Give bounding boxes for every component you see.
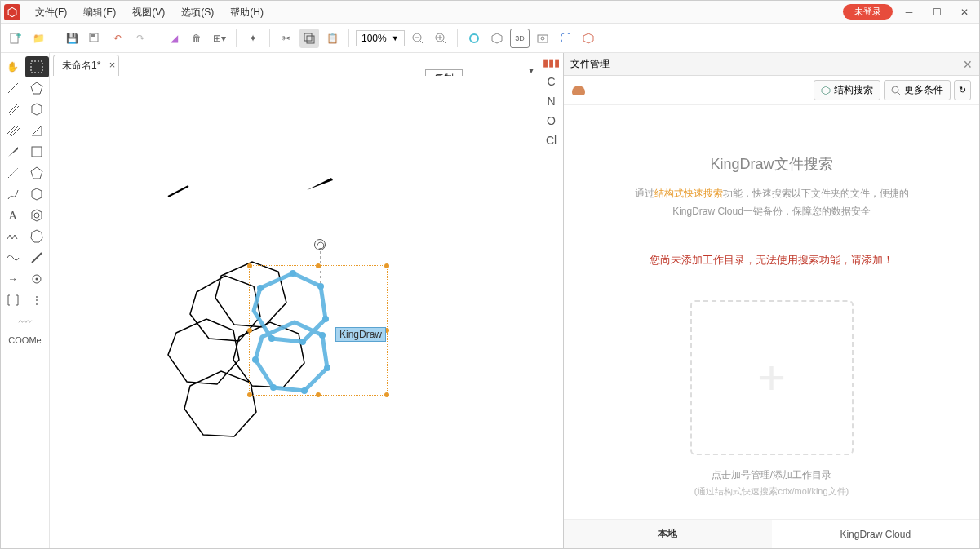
tab-local[interactable]: 本地 — [564, 520, 772, 548]
clean-button[interactable]: ✦ — [243, 29, 263, 48]
more-tool[interactable]: ⋮ — [25, 290, 50, 311]
text-tool[interactable]: A — [1, 205, 25, 226]
menu-file[interactable]: 文件(F) — [27, 1, 75, 24]
mesh-tool[interactable] — [1, 311, 49, 332]
svg-marker-35 — [32, 210, 42, 221]
benzene-tool[interactable] — [25, 205, 50, 226]
rotation-handle[interactable] — [314, 239, 326, 250]
wedge-tool[interactable] — [1, 141, 25, 162]
drawing-canvas[interactable]: KingDraw — [50, 76, 539, 548]
triple-line-tool[interactable] — [1, 120, 25, 141]
menu-options[interactable]: 选项(S) — [173, 1, 222, 24]
paste-button[interactable]: 📋 — [322, 29, 342, 48]
curve-tool[interactable] — [1, 247, 25, 268]
undo-button[interactable]: ↶ — [108, 29, 127, 48]
coome-label[interactable]: COOMe — [1, 332, 49, 348]
svg-line-14 — [443, 41, 446, 43]
panel-title: 文件管理 — [570, 57, 610, 71]
name-button[interactable] — [579, 29, 598, 48]
hash-wedge-tool[interactable] — [1, 162, 25, 184]
svg-point-36 — [34, 213, 39, 218]
element-n[interactable]: N — [547, 95, 555, 108]
tab-label: 未命名1* — [62, 60, 100, 71]
kingdraw-label[interactable]: KingDraw — [335, 327, 386, 342]
svg-marker-63 — [822, 86, 830, 95]
cloud-icon[interactable] — [572, 86, 585, 95]
document-tab[interactable]: 未命名1* × — [53, 55, 119, 76]
save-button[interactable]: 💾 — [62, 29, 82, 48]
tab-cloud[interactable]: KingDraw Cloud — [772, 520, 980, 548]
login-badge[interactable]: 未登录 — [843, 4, 893, 20]
svg-rect-31 — [32, 147, 42, 157]
hand-tool[interactable]: ✋ — [1, 56, 25, 77]
double-line-tool[interactable] — [1, 99, 25, 120]
radical-tool[interactable] — [25, 268, 50, 290]
hexagon-3d-button[interactable] — [487, 29, 507, 48]
periodic-icon[interactable]: ▮▮▮ — [543, 56, 560, 69]
structure-search-button[interactable]: 结构搜索 — [814, 80, 880, 100]
app-logo — [4, 4, 20, 20]
wavy-tool[interactable] — [1, 184, 25, 205]
bracket-tool[interactable] — [1, 290, 25, 311]
more-filters-button[interactable]: 更多条件 — [884, 80, 951, 100]
color-ring-button[interactable] — [464, 29, 484, 48]
maximize-button[interactable]: ☐ — [925, 4, 948, 20]
panel-header: 文件管理 ✕ — [564, 53, 979, 76]
delete-button[interactable]: 🗑 — [187, 29, 206, 48]
capture-button[interactable] — [533, 29, 552, 48]
align-button[interactable]: ⊞▾ — [210, 29, 229, 48]
pentagon2-tool[interactable] — [25, 162, 50, 184]
triangle-tool[interactable] — [25, 120, 50, 141]
svg-point-64 — [892, 86, 898, 93]
scan-button[interactable]: ⛶ — [556, 29, 575, 48]
zoom-out-button[interactable] — [408, 29, 428, 48]
svg-marker-37 — [31, 230, 42, 242]
svg-rect-20 — [31, 61, 42, 73]
add-directory-box[interactable]: + — [690, 300, 854, 455]
eraser-button[interactable]: ◢ — [164, 29, 184, 48]
square-tool[interactable] — [25, 141, 50, 162]
zoom-in-button[interactable] — [431, 29, 450, 48]
arrow-tool[interactable]: → — [1, 268, 25, 290]
svg-line-10 — [420, 41, 423, 43]
hexagon-tool[interactable] — [25, 99, 50, 120]
minimize-button[interactable]: ─ — [898, 4, 920, 20]
new-file-button[interactable] — [6, 29, 25, 48]
cut-button[interactable]: ✂ — [277, 29, 296, 48]
marquee-tool[interactable] — [25, 56, 50, 77]
svg-marker-29 — [32, 126, 42, 135]
pentagon-tool[interactable] — [25, 77, 50, 99]
bond-tool[interactable] — [25, 247, 50, 268]
panel-close-button[interactable]: ✕ — [963, 58, 973, 71]
copy-button[interactable] — [299, 29, 319, 48]
menu-help[interactable]: 帮助(H) — [222, 1, 272, 24]
chain-tool[interactable] — [1, 226, 25, 247]
element-c[interactable]: C — [547, 75, 555, 88]
document-tabbar: 未命名1* × 复制 ▾ — [50, 53, 539, 76]
open-file-button[interactable]: 📁 — [29, 29, 48, 48]
svg-point-18 — [541, 37, 544, 40]
panel-toolbar: 结构搜索 更多条件 ↻ — [564, 76, 979, 105]
svg-line-65 — [898, 92, 900, 95]
tool-palette: ✋ A — [1, 53, 50, 548]
element-o[interactable]: O — [547, 114, 556, 127]
plus-icon: + — [757, 353, 786, 402]
3d-button[interactable]: 3D — [510, 29, 530, 48]
menu-edit[interactable]: 编辑(E) — [75, 1, 124, 24]
tab-close-button[interactable]: × — [109, 59, 116, 71]
save-as-button[interactable] — [85, 29, 104, 48]
titlebar: 文件(F) 编辑(E) 视图(V) 选项(S) 帮助(H) 未登录 ─ ☐ ✕ — [1, 1, 979, 24]
element-cl[interactable]: Cl — [546, 134, 557, 147]
hexagon2-tool[interactable] — [25, 184, 50, 205]
close-button[interactable]: ✕ — [953, 4, 976, 20]
zoom-select[interactable]: 100%▼ — [356, 30, 405, 46]
refresh-button[interactable]: ↻ — [954, 80, 971, 100]
redo-button[interactable]: ↷ — [131, 29, 150, 48]
heptagon-tool[interactable] — [25, 226, 50, 247]
line-tool[interactable] — [1, 77, 25, 99]
svg-point-40 — [36, 278, 38, 281]
tab-dropdown[interactable]: ▾ — [529, 64, 534, 76]
menu-view[interactable]: 视图(V) — [124, 1, 173, 24]
add-hint: 点击加号管理/添加工作目录 — [712, 468, 831, 482]
panel-body: KingDraw文件搜索 通过结构式快速搜索功能，快速搜索以下文件夹的文件，便捷… — [564, 105, 979, 519]
